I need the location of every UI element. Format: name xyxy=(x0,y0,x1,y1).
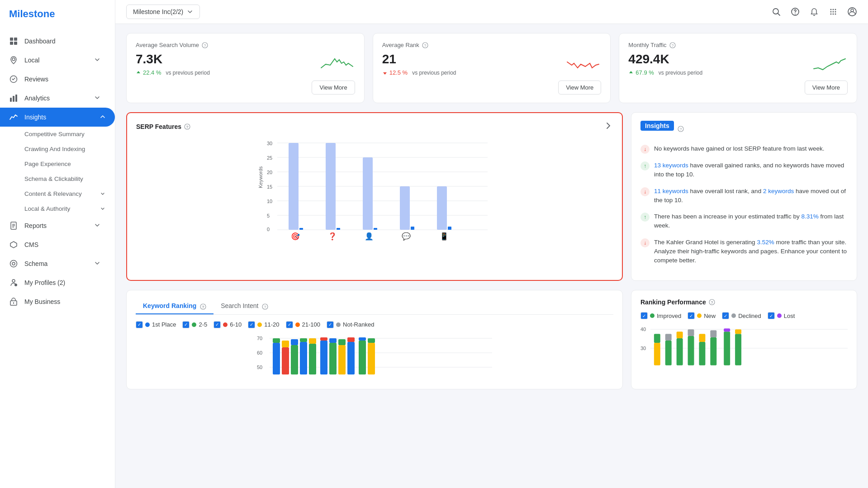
metric-card-avg-rank: Average Rank ? 21 12.5 % vs previous per… xyxy=(373,33,611,103)
svg-rect-104 xyxy=(665,341,672,365)
bar xyxy=(363,157,373,230)
sidebar-sub-local-authority[interactable]: Local & Authority xyxy=(0,201,115,216)
insight-item-4: ↓ The Kahler Grand Hotel is generating 3… xyxy=(640,238,848,265)
metric-title: Average Search Volume ? xyxy=(136,42,355,48)
local-icon xyxy=(9,56,18,65)
checkbox-not-ranked[interactable]: ✓ xyxy=(327,321,334,328)
checkbox-lost[interactable]: ✓ xyxy=(768,312,775,319)
serp-insights-row: SERP Features ? 30 25 20 15 10 5 0 xyxy=(126,112,857,281)
svg-text:?: ? xyxy=(671,43,674,48)
insight-link-352[interactable]: 3.52% xyxy=(757,239,774,246)
svg-rect-81 xyxy=(300,338,307,342)
svg-point-14 xyxy=(10,261,17,267)
legend-21-100: ✓ 21-100 xyxy=(286,321,320,328)
help-icon[interactable] xyxy=(790,7,800,17)
sidebar-item-my-business[interactable]: My Business xyxy=(0,292,109,311)
sidebar-sub-content-relevancy[interactable]: Content & Relevancy xyxy=(0,186,115,201)
svg-text:🎯: 🎯 xyxy=(291,232,300,241)
svg-rect-92 xyxy=(359,341,366,374)
checkbox-11-20[interactable]: ✓ xyxy=(248,321,255,328)
legend-dot xyxy=(257,322,262,327)
view-more-button-search[interactable]: View More xyxy=(312,81,355,95)
sidebar-item-schema[interactable]: Schema xyxy=(0,254,109,273)
serp-nav-icon[interactable] xyxy=(604,121,613,132)
sidebar-item-label: My Profiles (2) xyxy=(24,279,65,286)
bar-dark xyxy=(411,227,414,230)
sidebar-item-label: Analytics xyxy=(24,95,50,102)
checkbox-2-5[interactable]: ✓ xyxy=(182,321,190,328)
svg-rect-107 xyxy=(677,332,683,338)
sidebar-item-reports[interactable]: Reports xyxy=(0,216,109,235)
notification-icon[interactable] xyxy=(809,7,819,17)
insight-link-831[interactable]: 8.31% xyxy=(801,213,818,220)
apps-icon[interactable] xyxy=(828,7,838,17)
ranking-perf-title: Ranking Performance ? xyxy=(640,298,715,306)
search-icon[interactable] xyxy=(771,7,781,17)
metric-value: 7.3K xyxy=(136,52,210,66)
sidebar-item-local[interactable]: Local xyxy=(0,51,109,70)
insight-link-2kw[interactable]: 2 keywords xyxy=(763,188,794,194)
svg-text:50: 50 xyxy=(257,365,262,370)
checkbox-6-10[interactable]: ✓ xyxy=(213,321,221,328)
svg-rect-6 xyxy=(10,98,12,102)
sidebar-item-dashboard[interactable]: Dashboard xyxy=(0,32,109,51)
svg-rect-90 xyxy=(347,342,355,374)
insight-item-1: ↑ 13 keywords have overall gained ranks,… xyxy=(640,161,848,180)
svg-text:📱: 📱 xyxy=(440,232,449,241)
svg-text:20: 20 xyxy=(267,170,272,175)
svg-text:10: 10 xyxy=(267,199,272,204)
svg-point-25 xyxy=(835,9,836,10)
svg-rect-84 xyxy=(320,341,327,374)
dashboard-icon xyxy=(9,37,18,46)
svg-text:30: 30 xyxy=(267,141,272,146)
analytics-icon xyxy=(9,94,18,103)
insight-icon-red-3: ↓ xyxy=(640,238,650,247)
svg-text:?: ? xyxy=(264,305,266,309)
svg-text:?: ? xyxy=(202,305,204,309)
sidebar-item-my-profiles[interactable]: My Profiles (2) xyxy=(0,273,109,292)
svg-rect-1 xyxy=(14,38,17,41)
svg-rect-111 xyxy=(699,334,705,342)
sidebar-sub-schema-clickability[interactable]: Schema & Clickability xyxy=(0,171,115,186)
svg-rect-110 xyxy=(699,342,705,365)
svg-rect-105 xyxy=(665,334,672,341)
sidebar-sub-page-experience[interactable]: Page Experience xyxy=(0,156,115,171)
checkbox-new[interactable]: ✓ xyxy=(688,312,695,319)
checkbox-1st[interactable]: ✓ xyxy=(136,321,143,328)
sidebar-item-reviews[interactable]: Reviews xyxy=(0,70,109,89)
svg-rect-117 xyxy=(735,329,741,334)
checkbox-declined[interactable]: ✓ xyxy=(722,312,729,319)
tab-keyword-ranking[interactable]: Keyword Ranking ? xyxy=(136,298,213,314)
checkbox-improved[interactable]: ✓ xyxy=(640,312,648,319)
sidebar-item-analytics[interactable]: Analytics xyxy=(0,89,109,108)
insight-item-0: ↓ No keywords have gained or lost SERP f… xyxy=(640,144,848,154)
tab-search-intent[interactable]: Search Intent ? xyxy=(213,298,275,314)
legend-improved: ✓ Improved xyxy=(640,312,681,319)
svg-rect-114 xyxy=(724,332,730,365)
chevron-down-icon xyxy=(94,95,100,102)
legend-dot xyxy=(650,313,655,318)
sidebar-item-label: Local xyxy=(24,57,39,64)
svg-rect-94 xyxy=(368,343,375,374)
insight-link-13kw[interactable]: 13 keywords xyxy=(654,162,688,169)
legend-11-20: ✓ 11-20 xyxy=(248,321,279,328)
insight-link-11kw[interactable]: 11 keywords xyxy=(654,188,688,194)
view-more-button-traffic[interactable]: View More xyxy=(805,81,848,95)
svg-line-20 xyxy=(778,14,780,16)
sidebar-sub-competitive-summary[interactable]: Competitive Summary xyxy=(0,127,115,142)
svg-rect-78 xyxy=(291,345,298,374)
org-selector[interactable]: Milestone Inc(2/2) xyxy=(126,5,200,19)
insight-icon-red-2: ↓ xyxy=(640,187,650,196)
legend-lost: ✓ Lost xyxy=(768,312,795,319)
account-icon[interactable] xyxy=(847,7,857,17)
sidebar-item-cms[interactable]: CMS xyxy=(0,235,109,254)
checkbox-21-100[interactable]: ✓ xyxy=(286,321,293,328)
sidebar-sub-crawling-indexing[interactable]: Crawling And Indexing xyxy=(0,142,115,156)
chevron-down-icon xyxy=(94,57,100,64)
svg-point-26 xyxy=(830,11,832,13)
metric-value: 429.4K xyxy=(628,52,702,66)
view-more-button-rank[interactable]: View More xyxy=(558,81,601,95)
legend-not-ranked: ✓ Not-Ranked xyxy=(327,321,374,328)
sidebar-item-insights[interactable]: Insights xyxy=(0,108,115,127)
my-business-icon xyxy=(9,297,18,306)
